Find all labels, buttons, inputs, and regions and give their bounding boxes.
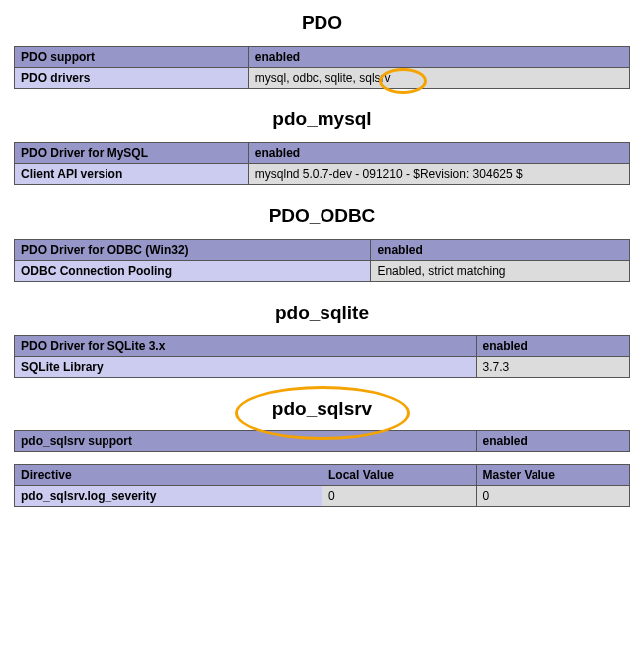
pdo-mysql-row-label: Client API version <box>15 164 249 185</box>
pdo-sqlsrv-title-container: pdo_sqlsrv <box>14 398 630 420</box>
pdo-odbc-table: PDO Driver for ODBC (Win32) enabled ODBC… <box>14 239 630 282</box>
pdo-odbc-row-value: Enabled, strict matching <box>371 261 630 282</box>
directive-name: pdo_sqlsrv.log_severity <box>15 486 322 507</box>
pdo-sqlite-row-value: 3.7.3 <box>476 357 630 378</box>
pdo-mysql-row-value: mysqlnd 5.0.7-dev - 091210 - $Revision: … <box>248 164 629 185</box>
section-title-pdo: PDO <box>14 12 630 34</box>
pdo-row-value: mysql, odbc, sqlite, sqlsrv <box>248 68 629 89</box>
pdo-mysql-table: PDO Driver for MySQL enabled Client API … <box>14 142 630 185</box>
section-title-pdo-odbc: PDO_ODBC <box>14 205 630 227</box>
pdo-table: PDO support enabled PDO drivers mysql, o… <box>14 46 630 89</box>
pdo-sqlsrv-enabled-header: enabled <box>476 431 630 452</box>
section-title-pdo-sqlite: pdo_sqlite <box>14 302 630 324</box>
pdo-odbc-header-driver: PDO Driver for ODBC (Win32) <box>15 240 371 261</box>
pdo-sqlite-header-driver: PDO Driver for SQLite 3.x <box>15 336 477 357</box>
directive-master-value: 0 <box>476 486 630 507</box>
pdo-header-support: PDO support <box>15 47 249 68</box>
directive-header: Directive <box>15 465 322 486</box>
pdo-mysql-header-enabled: enabled <box>248 143 629 164</box>
section-title-pdo-mysql: pdo_mysql <box>14 108 630 130</box>
section-title-pdo-sqlsrv: pdo_sqlsrv <box>14 398 630 420</box>
directive-local-value: 0 <box>322 486 477 507</box>
pdo-sqlsrv-support-table: pdo_sqlsrv support enabled <box>14 430 630 452</box>
pdo-sqlite-row-label: SQLite Library <box>15 357 477 378</box>
pdo-mysql-header-driver: PDO Driver for MySQL <box>15 143 249 164</box>
pdo-odbc-row-label: ODBC Connection Pooling <box>15 261 371 282</box>
pdo-header-enabled: enabled <box>248 47 629 68</box>
pdo-table-container: PDO support enabled PDO drivers mysql, o… <box>14 46 630 89</box>
master-value-header: Master Value <box>476 465 630 486</box>
pdo-sqlsrv-directives-table: Directive Local Value Master Value pdo_s… <box>14 464 630 507</box>
pdo-sqlite-table: PDO Driver for SQLite 3.x enabled SQLite… <box>14 335 630 378</box>
pdo-odbc-header-enabled: enabled <box>371 240 630 261</box>
pdo-sqlsrv-support-header: pdo_sqlsrv support <box>15 431 477 452</box>
pdo-sqlite-header-enabled: enabled <box>476 336 630 357</box>
local-value-header: Local Value <box>322 465 477 486</box>
pdo-row-label: PDO drivers <box>15 68 249 89</box>
